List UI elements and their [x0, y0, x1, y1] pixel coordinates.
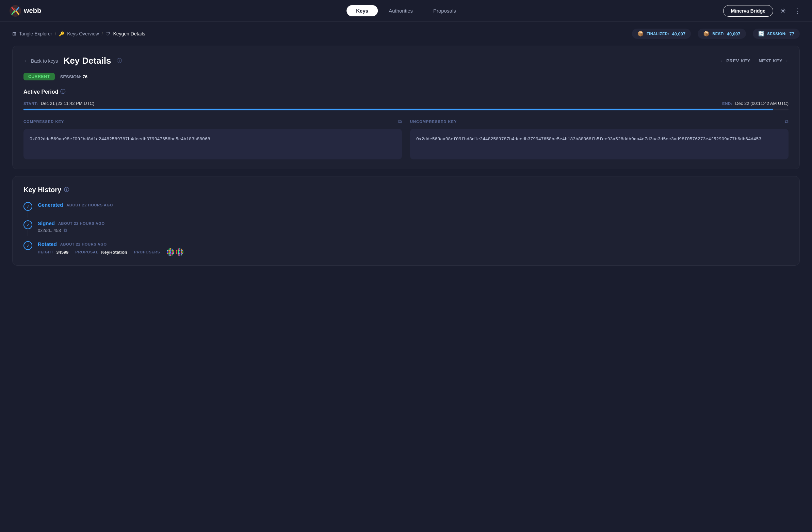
copy-signed-hash-button[interactable]: ⧉: [64, 227, 67, 233]
history-line-generated: [28, 211, 28, 218]
finalized-value: 40,007: [672, 31, 686, 37]
period-end: END: Dec 22 (00:11:42 AM UTC): [722, 100, 788, 106]
rotated-event-name: Rotated: [38, 241, 57, 247]
rotated-meta-row: HEIGHT 34599 PROPOSAL KeyRotation PROPOS…: [38, 248, 788, 256]
proposer-avatar-1: [167, 248, 174, 256]
svg-text:✕: ✕: [13, 8, 18, 14]
breadcrumb-sep-2: /: [102, 31, 103, 37]
card-header: ← Back to keys Key Details ⓘ ← PREV KEY …: [24, 56, 788, 66]
active-period-section: Active Period ⓘ: [24, 88, 788, 95]
prev-key-label: PREV KEY: [726, 58, 750, 64]
breadcrumb-sep-1: /: [55, 31, 56, 37]
progress-bar-bg: [24, 109, 788, 110]
breadcrumb-grid-icon: ⊞: [12, 31, 16, 37]
compressed-key-label: COMPRESSED KEY: [24, 120, 64, 124]
period-times: START: Dec 21 (23:11:42 PM UTC) END: Dec…: [24, 100, 788, 106]
uncompressed-key-label: UNCOMPRESSED KEY: [410, 120, 457, 124]
history-line-signed: [28, 229, 28, 236]
proposer-avatars: [167, 248, 184, 256]
rotated-event-row: Rotated ABOUT 22 HOURS AGO: [38, 241, 788, 247]
back-arrow-icon: ←: [24, 58, 29, 64]
history-list: ✓ Generated ABOUT 22 HOURS AGO ✓: [24, 202, 788, 256]
history-check-generated: ✓: [24, 202, 32, 211]
history-title-text: Key History: [24, 186, 61, 194]
key-navigation: ← PREV KEY NEXT KEY →: [721, 58, 788, 64]
finalized-stat: 📦 FINALIZED: 40,007: [632, 29, 691, 39]
logo-icon: ✕: [10, 5, 21, 17]
logo: ✕ webb: [10, 5, 41, 17]
history-check-signed: ✓: [24, 220, 32, 229]
history-title: Key History ⓘ: [24, 186, 788, 194]
copy-uncompressed-key-button[interactable]: ⧉: [785, 118, 788, 125]
nav-tab-proposals[interactable]: Proposals: [424, 5, 466, 16]
session-icon: 🔄: [758, 31, 765, 37]
end-label: END:: [722, 101, 733, 106]
signed-event-name: Signed: [38, 220, 55, 226]
bridge-button[interactable]: Minerva Bridge: [723, 5, 773, 17]
session-text-label: SESSION:: [60, 74, 81, 79]
breadcrumb-keygen-details: Keygen Details: [113, 31, 145, 37]
history-content-signed: Signed ABOUT 22 HOURS AGO 0x2dd...453 ⧉: [38, 220, 788, 238]
keys-row: COMPRESSED KEY ⧉ 0x032dde569aa98ef09fbd8…: [24, 118, 788, 159]
copy-compressed-key-button[interactable]: ⧉: [398, 118, 402, 125]
next-key-label: NEXT KEY: [758, 58, 782, 64]
next-key-button[interactable]: NEXT KEY →: [758, 58, 788, 64]
key-details-title: Key Details: [63, 56, 111, 66]
current-badge: CURRENT: [24, 73, 55, 80]
menu-button[interactable]: ⋮: [793, 5, 802, 16]
key-details-card: ← Back to keys Key Details ⓘ ← PREV KEY …: [12, 46, 800, 169]
session-number: 76: [82, 74, 87, 79]
period-start: START: Dec 21 (23:11:42 PM UTC): [24, 100, 94, 106]
main-content: ← Back to keys Key Details ⓘ ← PREV KEY …: [0, 46, 812, 285]
session-stat: 🔄 SESSION: 77: [753, 29, 800, 39]
signed-event-row: Signed ABOUT 22 HOURS AGO: [38, 220, 788, 226]
end-value: Dec 22 (00:11:42 AM UTC): [735, 101, 788, 106]
best-value: 40,007: [727, 31, 741, 37]
nav-tab-authorities[interactable]: Authorities: [379, 5, 422, 16]
breadcrumb-tangle[interactable]: Tangle Explorer: [19, 31, 52, 37]
session-badge-label: SESSION: 76: [60, 74, 87, 79]
breadcrumb-keys-overview[interactable]: Keys Overview: [67, 31, 99, 37]
key-history-card: Key History ⓘ ✓ Generated ABOUT 22 HOURS…: [12, 176, 800, 266]
history-timeline-rotated: ✓: [24, 241, 32, 250]
next-key-arrow-icon: →: [784, 58, 788, 64]
session-label: SESSION:: [767, 32, 787, 36]
start-value: Dec 21 (23:11:42 PM UTC): [41, 101, 95, 106]
proposal-meta-value: KeyRotation: [101, 250, 127, 255]
uncompressed-key-block: UNCOMPRESSED KEY ⧉ 0x2dde569aa98ef09fbd8…: [410, 118, 788, 159]
best-icon: 📦: [703, 31, 710, 37]
prev-key-button[interactable]: ← PREV KEY: [721, 58, 751, 64]
generated-event-time: ABOUT 22 HOURS AGO: [67, 203, 113, 207]
badges-row: CURRENT SESSION: 76: [24, 73, 788, 80]
history-item-signed: ✓ Signed ABOUT 22 HOURS AGO 0x2dd...453 …: [24, 220, 788, 241]
active-period-info-icon[interactable]: ⓘ: [60, 88, 66, 95]
signed-event-time: ABOUT 22 HOURS AGO: [58, 221, 105, 225]
session-value: 77: [789, 31, 794, 37]
active-period-label: Active Period: [24, 89, 58, 95]
start-label: START:: [24, 101, 38, 106]
rotated-event-time: ABOUT 22 HOURS AGO: [60, 242, 107, 246]
uncompressed-key-value: 0x2dde569aa98ef09fbd8d1e24482589787b4dcc…: [410, 129, 788, 159]
best-label: BEST:: [712, 32, 724, 36]
history-info-icon[interactable]: ⓘ: [64, 187, 69, 193]
chain-stats: 📦 FINALIZED: 40,007 📦 BEST: 40,007 🔄 SES…: [632, 29, 800, 39]
compressed-key-value: 0x032dde569aa98ef09fbd8d1e24482589787b4d…: [24, 129, 402, 159]
proposers-meta-label: PROPOSERS: [134, 250, 160, 254]
height-meta-value: 34599: [56, 250, 68, 255]
breadcrumb: ⊞ Tangle Explorer / 🔑 Keys Overview / 🛡 …: [12, 31, 145, 37]
history-timeline-generated: ✓: [24, 202, 32, 218]
nav-tab-keys[interactable]: Keys: [346, 5, 378, 16]
theme-toggle-button[interactable]: ☀: [779, 5, 787, 16]
history-check-rotated: ✓: [24, 241, 32, 250]
back-to-keys-link[interactable]: ← Back to keys: [24, 58, 58, 64]
compressed-key-block: COMPRESSED KEY ⧉ 0x032dde569aa98ef09fbd8…: [24, 118, 402, 159]
proposer-avatar-2: [176, 248, 184, 256]
compressed-key-header: COMPRESSED KEY ⧉: [24, 118, 402, 125]
proposal-meta-label: PROPOSAL: [75, 250, 98, 254]
best-stat: 📦 BEST: 40,007: [698, 29, 745, 39]
generated-event-row: Generated ABOUT 22 HOURS AGO: [38, 202, 788, 208]
key-details-info-icon[interactable]: ⓘ: [117, 58, 122, 64]
history-item-rotated: ✓ Rotated ABOUT 22 HOURS AGO HEIGHT 3459…: [24, 241, 788, 256]
signed-hash-value: 0x2dd...453: [38, 228, 61, 233]
progress-bar-fill: [24, 109, 773, 110]
